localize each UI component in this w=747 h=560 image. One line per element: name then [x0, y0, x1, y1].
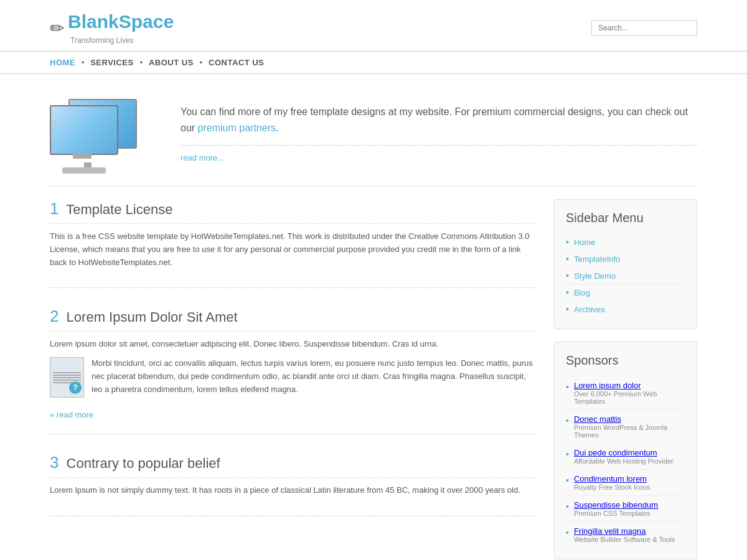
- hero-image: [50, 93, 162, 174]
- sidebar-menu-title: Sidebar Menu: [566, 211, 685, 225]
- hero-text-end: .: [276, 123, 278, 133]
- article-2-title: 2 Lorem Ipsum Dolor Sit Amet: [50, 307, 535, 332]
- article-1-title: 1 Template License: [50, 199, 535, 224]
- nav-item-services[interactable]: SERVICES: [75, 58, 134, 67]
- article-3: 3 Contrary to popular belief Lorem Ipsum…: [50, 453, 535, 516]
- logo-space: Space: [119, 11, 174, 32]
- site-logo[interactable]: BlankSpace: [68, 11, 174, 32]
- sponsor-3-desc: Affordable Web Hosting Provider: [574, 457, 674, 465]
- sponsors-title: Sponsors: [566, 353, 685, 368]
- nav-link-home[interactable]: HOME: [50, 58, 75, 67]
- sponsor-1: Lorem ipsum dolor Over 6,000+ Premium We…: [566, 376, 685, 410]
- sidebar-item-templateinfo[interactable]: TemplateInfo: [566, 251, 685, 268]
- hero-paragraph: You can find more of my free template de…: [181, 104, 697, 136]
- article-1-num: 1: [50, 199, 59, 218]
- nav-link-contact[interactable]: CONTACT US: [209, 58, 264, 67]
- main-content: 1 Template License This is a free CSS we…: [50, 199, 535, 560]
- article-3-title-text: Contrary to popular belief: [67, 455, 220, 471]
- sponsor-5-desc: Premium CSS Templates: [574, 510, 658, 517]
- nav-item-about[interactable]: ABOUT US: [134, 58, 194, 67]
- nav-item-contact[interactable]: CONTACT US: [194, 58, 264, 67]
- article-2-title-text: Lorem Ipsum Dolor Sit Amet: [67, 309, 238, 325]
- article-2-read-more[interactable]: » read more: [50, 409, 93, 422]
- sponsor-4-desc: Royalty Free Stock Icons: [574, 483, 650, 491]
- nav-link-services[interactable]: SERVICES: [90, 58, 134, 67]
- sponsor-1-name[interactable]: Lorem ipsum dolor: [574, 381, 685, 390]
- pencil-icon: ✏: [50, 18, 64, 39]
- sidebar-link-styledemo[interactable]: Style Demo: [574, 271, 616, 281]
- sponsor-2: Donec mattis Premium WordPress & Joomla …: [566, 410, 685, 444]
- sponsor-2-name[interactable]: Donec mattis: [574, 414, 685, 424]
- tagline: Transforming Lives: [70, 36, 174, 45]
- sidebar-menu-box: Sidebar Menu Home TemplateInfo Style Dem…: [554, 199, 697, 329]
- sidebar-link-blog[interactable]: Blog: [574, 288, 590, 297]
- sidebar-item-archives[interactable]: Archives: [566, 301, 685, 317]
- sidebar-link-templateinfo[interactable]: TemplateInfo: [574, 254, 620, 264]
- sidebar-link-home[interactable]: Home: [574, 238, 596, 247]
- sponsor-5: Suspendisse bibendum Premium CSS Templat…: [566, 496, 685, 522]
- article-2-num: 2: [50, 307, 59, 325]
- sponsors-list: Lorem ipsum dolor Over 6,000+ Premium We…: [566, 376, 685, 548]
- hero-text: You can find more of my free template de…: [162, 104, 697, 162]
- sidebar: Sidebar Menu Home TemplateInfo Style Dem…: [554, 199, 697, 560]
- sponsor-6-desc: Website Builder Software & Tools: [574, 536, 675, 543]
- nav-wrapper: HOME SERVICES ABOUT US CONTACT US: [0, 51, 747, 74]
- question-icon: ?: [69, 381, 82, 394]
- article-1-body: This is a free CSS website template by H…: [50, 230, 535, 269]
- article-2-body: Lorem ipsum dolor sit amet, consectetuer…: [50, 338, 535, 421]
- sponsor-5-name[interactable]: Suspendisse bibendum: [574, 500, 658, 510]
- nav-link-about[interactable]: ABOUT US: [149, 58, 194, 67]
- article-1: 1 Template License This is a free CSS we…: [50, 199, 535, 288]
- sidebar-link-archives[interactable]: Archives: [574, 305, 605, 314]
- article-2-thumb: ?: [50, 357, 84, 398]
- article-3-body: Lorem Ipsum is not simply dummy text. It…: [50, 484, 535, 497]
- nav-item-home[interactable]: HOME: [50, 58, 75, 67]
- sponsor-4: Condimentum lorem Royalty Free Stock Ico…: [566, 470, 685, 496]
- sponsor-3-name[interactable]: Dui pede condimentum: [574, 448, 674, 457]
- sponsor-6: Fringilla velit magna Website Builder So…: [566, 522, 685, 548]
- hero-read-more-link[interactable]: read more...: [181, 145, 697, 162]
- sidebar-item-home[interactable]: Home: [566, 234, 685, 251]
- main-nav: HOME SERVICES ABOUT US CONTACT US: [50, 52, 697, 73]
- logo-area: ✏ BlankSpace Transforming Lives: [50, 11, 174, 45]
- sidebar-item-styledemo[interactable]: Style Demo: [566, 268, 685, 284]
- article-3-num: 3: [50, 453, 59, 472]
- hero-section: You can find more of my free template de…: [50, 86, 697, 187]
- article-2-intro: Lorem ipsum dolor sit amet, consectetuer…: [50, 338, 535, 351]
- sponsor-1-desc: Over 6,000+ Premium Web Templates: [574, 390, 685, 405]
- article-2: 2 Lorem Ipsum Dolor Sit Amet Lorem ipsum…: [50, 307, 535, 434]
- sponsor-2-desc: Premium WordPress & Joomla Themes: [574, 424, 685, 439]
- premium-partners-link[interactable]: premium partners: [198, 123, 276, 133]
- article-2-main: Morbi tincidunt, orci ac convallis aliqu…: [92, 357, 535, 396]
- sidebar-menu-list: Home TemplateInfo Style Demo Blog Archiv…: [566, 234, 685, 317]
- sponsors-box: Sponsors Lorem ipsum dolor Over 6,000+ P…: [554, 342, 697, 559]
- search-input[interactable]: [591, 20, 697, 36]
- sponsor-3: Dui pede condimentum Affordable Web Host…: [566, 444, 685, 470]
- article-1-title-text: Template License: [66, 202, 172, 217]
- logo-blank: Blank: [68, 11, 119, 32]
- sidebar-item-blog[interactable]: Blog: [566, 284, 685, 301]
- sponsor-4-name[interactable]: Condimentum lorem: [574, 474, 650, 483]
- monitor-base: [62, 167, 106, 174]
- monitor-front: [50, 105, 118, 155]
- article-3-title: 3 Contrary to popular belief: [50, 453, 535, 478]
- sponsor-6-name[interactable]: Fringilla velit magna: [574, 526, 675, 536]
